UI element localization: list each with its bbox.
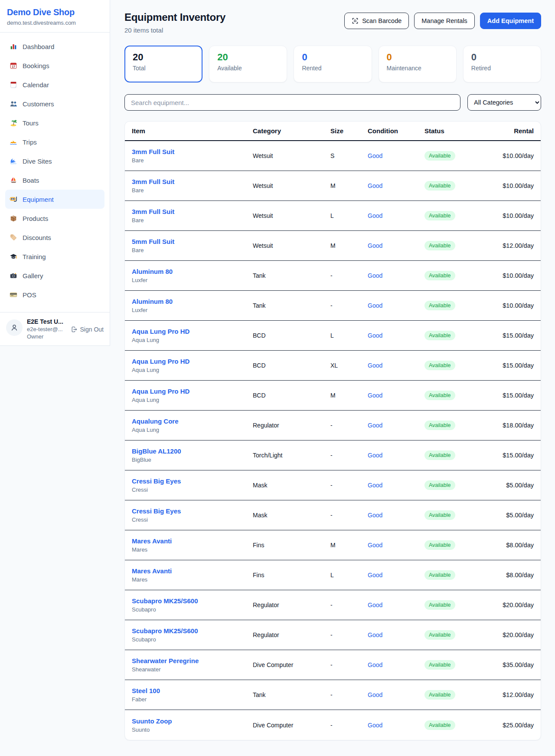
scan-barcode-button[interactable]: Scan Barcode [344,13,409,29]
item-category: Tank [253,302,330,309]
item-size: L [330,332,368,339]
stat-cards: 20 Total 20 Available 0 Rented 0 Mainten… [124,46,541,82]
sidebar-item-trips[interactable]: Trips [5,132,104,151]
item-name-link[interactable]: Suunto Zoop [132,717,253,725]
item-rental-rate: $20.00/day [490,602,534,608]
stat-card-retired[interactable]: 0 Retired [463,46,541,82]
item-rental-rate: $10.00/day [490,152,534,159]
item-condition-link[interactable]: Good [368,302,424,309]
item-name-link[interactable]: 3mm Full Suit [132,208,253,215]
item-name-link[interactable]: Cressi Big Eyes [132,507,253,515]
item-condition-link[interactable]: Good [368,542,424,549]
item-name-link[interactable]: Aqua Lung Pro HD [132,328,253,335]
item-condition-link[interactable]: Good [368,722,424,729]
item-name-link[interactable]: Aqua Lung Pro HD [132,388,253,395]
item-category: Fins [253,542,330,549]
item-size: - [330,452,368,459]
search-input[interactable] [124,94,460,111]
item-rental-rate: $8.00/day [490,542,534,549]
calendar-date-icon: 17 [10,62,17,69]
item-brand: Suunto [132,726,253,733]
item-name-link[interactable]: Cressi Big Eyes [132,477,253,485]
item-size: M [330,182,368,189]
item-brand: Aqua Lung [132,337,253,343]
category-filter-select[interactable]: All Categories [467,94,541,111]
item-name-link[interactable]: BigBlue AL1200 [132,447,253,455]
column-header-condition: Condition [368,127,424,135]
item-condition-link[interactable]: Good [368,691,424,698]
sidebar-item-dive-sites[interactable]: Dive Sites [5,151,104,171]
stat-value: 0 [471,52,533,63]
item-condition-link[interactable]: Good [368,212,424,219]
table-row: Scubapro MK25/S600 Scubapro Regulator - … [125,590,541,620]
item-name-link[interactable]: Aqualung Core [132,417,253,425]
item-rental-rate: $18.00/day [490,422,534,429]
sidebar-item-training[interactable]: Training [5,247,104,266]
sidebar-nav: Dashboard 17 Bookings Calendar Customers… [0,33,110,304]
sidebar-item-equipment[interactable]: Equipment [5,190,104,209]
status-badge: Available [424,241,455,250]
sign-out-icon [71,326,78,333]
item-name-link[interactable]: Aqua Lung Pro HD [132,358,253,365]
sidebar-item-discounts[interactable]: Discounts [5,228,104,247]
page-title: Equipment Inventory [124,11,225,23]
item-name-link[interactable]: Mares Avanti [132,567,253,575]
table-row: 3mm Full Suit Bare Wetsuit S Good Availa… [125,141,541,171]
item-condition-link[interactable]: Good [368,362,424,369]
item-name-link[interactable]: Mares Avanti [132,537,253,545]
stat-card-maintenance[interactable]: 0 Maintenance [379,46,457,82]
item-category: Regulator [253,631,330,638]
item-name-link[interactable]: Shearwater Peregrine [132,657,253,664]
sidebar-item-dashboard[interactable]: Dashboard [5,37,104,56]
item-name-link[interactable]: Aluminum 80 [132,298,253,305]
stat-card-available[interactable]: 20 Available [209,46,287,82]
item-condition-link[interactable]: Good [368,242,424,249]
sidebar-item-pos[interactable]: POS [5,285,104,304]
item-name-link[interactable]: 3mm Full Suit [132,148,253,155]
item-condition-link[interactable]: Good [368,182,424,189]
camera-icon [10,272,17,279]
stat-card-total[interactable]: 20 Total [124,46,202,82]
sidebar-item-boats[interactable]: Boats [5,171,104,190]
item-name-link[interactable]: Scubapro MK25/S600 [132,597,253,605]
status-badge: Available [424,660,455,670]
sidebar-item-products[interactable]: Products [5,209,104,228]
sign-out-button[interactable]: Sign Out [71,326,104,333]
item-name-link[interactable]: 3mm Full Suit [132,178,253,185]
sidebar-item-bookings[interactable]: 17 Bookings [5,56,104,75]
item-condition-link[interactable]: Good [368,602,424,608]
sidebar-item-gallery[interactable]: Gallery [5,266,104,285]
stat-card-rented[interactable]: 0 Rented [294,46,372,82]
item-condition-link[interactable]: Good [368,512,424,519]
item-brand: Mares [132,576,253,583]
item-condition-link[interactable]: Good [368,272,424,279]
person-icon [10,323,19,332]
item-category: Wetsuit [253,242,330,249]
sidebar-item-tours[interactable]: Tours [5,113,104,132]
add-equipment-button[interactable]: Add Equipment [480,13,541,29]
item-name-link[interactable]: 5mm Full Suit [132,238,253,245]
item-name-link[interactable]: Steel 100 [132,687,253,694]
item-name-link[interactable]: Aluminum 80 [132,268,253,275]
item-condition-link[interactable]: Good [368,152,424,159]
item-category: Fins [253,572,330,579]
sidebar-item-calendar[interactable]: Calendar [5,75,104,94]
sidebar-item-customers[interactable]: Customers [5,94,104,113]
sidebar-item-label: POS [23,291,36,299]
item-condition-link[interactable]: Good [368,422,424,429]
item-size: M [330,392,368,399]
item-condition-link[interactable]: Good [368,631,424,638]
item-size: - [330,691,368,698]
palm-island-icon [10,119,17,127]
item-condition-link[interactable]: Good [368,482,424,489]
user-meta: E2E Test U... e2e-tester@... Owner [27,318,63,340]
svg-text:17: 17 [12,65,15,68]
item-condition-link[interactable]: Good [368,572,424,579]
item-brand: Luxfer [132,307,253,313]
item-name-link[interactable]: Scubapro MK25/S600 [132,627,253,634]
item-condition-link[interactable]: Good [368,332,424,339]
item-condition-link[interactable]: Good [368,392,424,399]
item-condition-link[interactable]: Good [368,661,424,668]
manage-rentals-button[interactable]: Manage Rentals [414,13,475,29]
item-condition-link[interactable]: Good [368,452,424,459]
